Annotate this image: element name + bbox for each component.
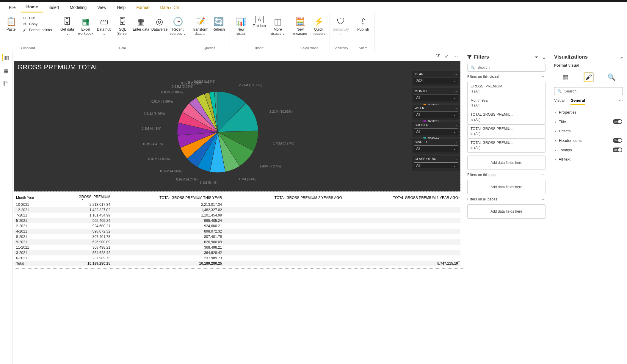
table-header[interactable]: Month Year <box>14 194 52 202</box>
model-view-icon[interactable]: ⿻ <box>3 80 10 87</box>
eye-icon[interactable]: 👁 <box>534 55 539 60</box>
section-more-icon[interactable]: ⋯ <box>542 75 546 79</box>
add-fields-visual[interactable]: Add data fields here <box>467 156 546 170</box>
table-row[interactable]: 6-2021237 989 73237 989 73 <box>14 255 460 261</box>
table-row[interactable]: 5-2021965,405.24965,405.24 <box>14 218 460 223</box>
menu-modeling[interactable]: Modeling <box>64 3 92 12</box>
more-options-icon[interactable]: ⋯ <box>453 53 458 59</box>
collapse-icon[interactable]: » <box>620 55 623 60</box>
slicer-dropdown[interactable]: All <box>414 112 458 118</box>
table-header[interactable]: TOTAL GROSS PREMIUM THIS YEAR <box>113 194 224 202</box>
slicer-dropdown[interactable]: 2021 <box>414 78 458 84</box>
slicer-week[interactable]: WEEKAll <box>412 105 460 120</box>
transform-data-button[interactable]: 📝Transform data ⌄ <box>192 14 209 36</box>
dataverse-button[interactable]: ◎Dataverse <box>151 14 168 32</box>
slicer-dropdown[interactable]: All <box>414 128 458 135</box>
section-more-icon[interactable]: ⋯ <box>542 173 546 177</box>
table-row[interactable]: 10-20212,213,017.342,213,017.34 <box>14 202 460 208</box>
paste-button[interactable]: 📋 Paste <box>2 14 20 32</box>
more-visuals-button[interactable]: ◫More visuals ⌄ <box>269 14 286 36</box>
text-box-button[interactable]: AText box <box>251 14 268 28</box>
viz-search[interactable]: 🔍 <box>554 87 623 95</box>
pie-slice-label: 0.92M (4.54%) <box>148 157 170 161</box>
slicer-dropdown[interactable]: All <box>414 145 458 152</box>
viz-tab-general[interactable]: General <box>570 98 585 105</box>
menu-help[interactable]: Help <box>112 3 131 12</box>
format-prop-tooltips[interactable]: › TooltipsOn <box>554 145 623 155</box>
slicer-month[interactable]: MONTHAll <box>412 88 460 103</box>
filter-card[interactable]: Month Yearis (All) <box>467 96 546 110</box>
table-row[interactable]: 8-2021807,401.78807,401.78 <box>14 234 460 239</box>
table-row[interactable]: 2-2021924,600.21924,600.21 <box>14 223 460 229</box>
table-row[interactable]: 3-2021364,628.42364,628.42 <box>14 250 460 255</box>
copy-button[interactable]: ⧉Copy <box>21 21 54 27</box>
slicer-year[interactable]: YEAR2021 <box>412 71 460 86</box>
get-data-button[interactable]: 🗄Get data ⌄ <box>59 14 76 36</box>
format-prop-effects[interactable]: › Effects <box>554 126 623 136</box>
table-header[interactable]: TOTAL GROSS PREMIUM 1 YEAR AGO <box>344 194 460 202</box>
filters-search-input[interactable] <box>477 65 542 70</box>
menu-data-drill[interactable]: Data / Drill <box>155 3 185 12</box>
format-prop-header-icons[interactable]: › Header iconsOn <box>554 136 623 145</box>
sql-server-button[interactable]: 🗄SQL Server <box>114 14 131 36</box>
add-fields-page[interactable]: Add data fields here <box>467 180 546 194</box>
menu-home[interactable]: Home <box>21 2 43 12</box>
focus-mode-icon[interactable]: ⤢ <box>445 53 449 59</box>
filter-card[interactable]: TOTAL GROSS PREMIU...is (All) <box>467 124 546 139</box>
filter-icon[interactable]: ⧩ <box>436 53 440 59</box>
analytics-icon[interactable]: 🔍 <box>606 72 617 82</box>
table-row[interactable]: 4-2021898,072.32898,072.32 <box>14 229 460 234</box>
toggle-switch[interactable]: On <box>613 148 622 152</box>
slicer-dropdown[interactable]: All <box>414 95 458 101</box>
table-header[interactable]: TOTAL GROSS PREMIUM 2 YEARS AGO <box>224 194 344 202</box>
format-visual-icon[interactable]: 🖌 <box>584 72 594 82</box>
menu-format[interactable]: Format <box>131 3 155 12</box>
pie-chart-visual[interactable]: GROSS PREMIUM TOTAL 2.21M (10.86%)2.21M … <box>14 61 460 192</box>
table-row[interactable]: 12-20211,482,327.021,482,327.02 <box>14 207 460 213</box>
format-prop-title[interactable]: › TitleOn <box>554 117 623 126</box>
viz-tabs-more-icon[interactable]: ⋯ <box>619 98 623 105</box>
refresh-button[interactable]: 🔄Refresh <box>210 14 227 32</box>
table-visual[interactable]: Month YearGROSS_PREMIUM▼TOTAL GROSS PREM… <box>14 193 460 266</box>
quick-measure-button[interactable]: ⚡Quick measure <box>310 14 327 36</box>
format-prop-properties[interactable]: › Properties <box>554 108 623 117</box>
table-header[interactable]: GROSS_PREMIUM▼ <box>52 194 113 202</box>
menu-file[interactable]: File <box>4 3 21 12</box>
add-fields-all[interactable]: Add data fields here <box>467 204 546 219</box>
filters-search[interactable]: 🔍 <box>467 63 546 72</box>
report-view-icon[interactable]: ▥ <box>2 54 9 61</box>
table-scrollbar[interactable]: ⌃⌄ <box>457 197 462 263</box>
format-painter-button[interactable]: 🖌Format painter <box>21 27 54 33</box>
excel-workbook-button[interactable]: ▦Excel workbook <box>77 14 94 36</box>
slicer-class-of-bu-[interactable]: CLASS OF BU…All <box>412 156 460 171</box>
viz-tab-visual[interactable]: Visual <box>554 98 565 105</box>
recent-sources-button[interactable]: 🕒Recent sources ⌄ <box>169 14 186 36</box>
slicer-broker[interactable]: BROKERAll <box>412 122 460 137</box>
data-hub-button[interactable]: 🗃Data hub ⌄ <box>95 14 113 36</box>
filter-card[interactable]: GROSS_PREMIUMis (All) <box>467 82 546 96</box>
publish-button[interactable]: ⇪Publish <box>355 14 372 32</box>
slicer-binder[interactable]: BINDERAll <box>412 139 460 154</box>
toggle-switch[interactable]: On <box>613 119 622 124</box>
section-more-icon[interactable]: ⋯ <box>542 197 546 201</box>
table-row[interactable]: 11-2021368,498.21368,498.21 <box>14 245 460 250</box>
format-prop-alt-text[interactable]: › Alt text <box>554 155 623 164</box>
menu-view[interactable]: View <box>92 3 112 12</box>
table-row[interactable]: 9-2021626,900.09626,900.09 <box>14 239 460 245</box>
filter-card[interactable]: TOTAL GROSS PREMIU...is (All) <box>467 110 546 124</box>
table-row[interactable]: 7-20211,101,454.991,101,454.99 <box>14 213 460 218</box>
viz-search-input[interactable] <box>564 89 620 93</box>
cut-button[interactable]: ✂Cut <box>21 15 54 21</box>
build-visual-icon[interactable]: ▦ <box>561 72 571 82</box>
toggle-switch[interactable]: On <box>613 138 622 143</box>
viz-title: Visualizations <box>554 54 588 60</box>
enter-data-button[interactable]: ▦Enter data <box>132 14 150 32</box>
filter-card[interactable]: TOTAL GROSS PREMIU...is (All) <box>467 138 546 153</box>
new-visual-button[interactable]: 📊New visual <box>232 14 250 36</box>
slicer-dropdown[interactable]: All <box>414 162 458 169</box>
data-view-icon[interactable]: ▦ <box>3 67 10 74</box>
publish-icon: ⇪ <box>358 16 369 27</box>
menu-insert[interactable]: Insert <box>43 3 64 12</box>
new-measure-button[interactable]: 🧮New measure <box>291 14 309 36</box>
collapse-icon[interactable]: » <box>543 55 546 60</box>
